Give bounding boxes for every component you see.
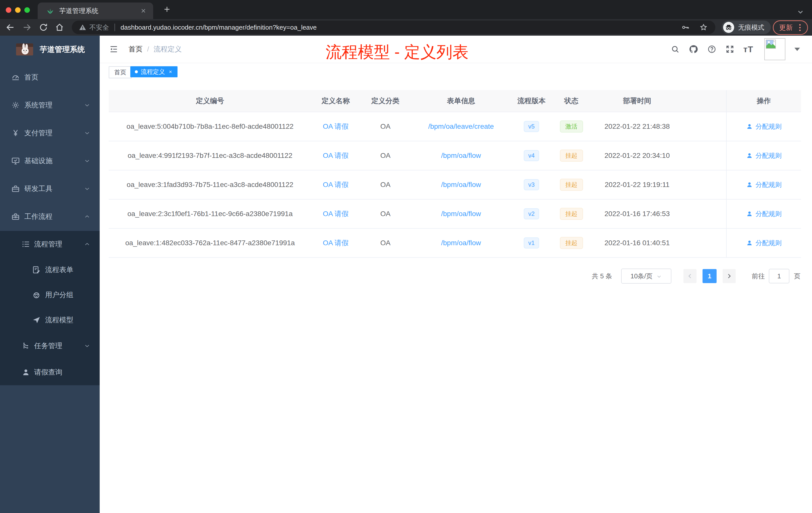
- column-header[interactable]: 表单信息: [411, 90, 511, 112]
- sidebar-logo-row[interactable]: 芋道管理系统: [0, 36, 100, 63]
- column-header[interactable]: 定义名称: [311, 90, 360, 112]
- cell-definition-name[interactable]: OA 请假: [311, 141, 360, 170]
- cell-category[interactable]: OA: [360, 229, 411, 257]
- cell-version[interactable]: v2: [511, 200, 552, 228]
- help-icon[interactable]: [707, 45, 716, 54]
- cell-status[interactable]: 挂起: [552, 200, 591, 228]
- cell-form-info[interactable]: /bpm/oa/flow: [411, 171, 511, 199]
- browser-update-button[interactable]: 更新: [773, 20, 808, 35]
- cell-category[interactable]: OA: [360, 171, 411, 199]
- cell-form-info[interactable]: /bpm/oa/flow: [411, 141, 511, 170]
- form-info-link[interactable]: /bpm/oa/flow: [441, 210, 481, 218]
- security-label[interactable]: 不安全: [89, 23, 109, 32]
- form-info-link[interactable]: /bpm/oa/flow: [441, 152, 481, 160]
- cell-spacer[interactable]: [683, 229, 726, 257]
- cell-actions[interactable]: 分配规则: [726, 229, 801, 257]
- cell-category[interactable]: OA: [360, 200, 411, 228]
- sidebar-item-2[interactable]: 支付管理: [0, 119, 100, 147]
- home-button[interactable]: [55, 23, 64, 32]
- cell-form-info[interactable]: /bpm/oa/leave/create: [411, 112, 511, 141]
- assign-rule-button[interactable]: 分配规则: [746, 180, 782, 189]
- column-header[interactable]: 定义分类: [360, 90, 411, 112]
- cell-deploy-time[interactable]: 2022-01-22 19:19:11: [591, 171, 683, 199]
- definition-name-link[interactable]: OA 请假: [323, 151, 349, 160]
- cell-version[interactable]: v4: [511, 141, 552, 170]
- window-minimize-button[interactable]: [15, 7, 21, 13]
- github-icon[interactable]: [689, 44, 698, 54]
- cell-status[interactable]: 挂起: [552, 229, 591, 257]
- cell-form-info[interactable]: /bpm/oa/flow: [411, 229, 511, 257]
- prev-page-button[interactable]: [684, 269, 696, 283]
- form-info-link[interactable]: /bpm/oa/leave/create: [428, 122, 494, 130]
- tag-home[interactable]: 首页: [109, 66, 132, 78]
- cell-status[interactable]: 挂起: [552, 141, 591, 170]
- back-button[interactable]: [5, 23, 15, 32]
- search-icon[interactable]: [671, 45, 680, 54]
- sidebar-collapse-icon[interactable]: [109, 45, 118, 54]
- cell-deploy-time[interactable]: 2022-01-16 01:40:51: [591, 229, 683, 257]
- sidebar-item-0[interactable]: 首页: [0, 63, 100, 91]
- reload-button[interactable]: [39, 23, 48, 32]
- definition-name-link[interactable]: OA 请假: [323, 180, 349, 189]
- column-header[interactable]: 操作: [726, 90, 801, 112]
- column-header[interactable]: 流程版本: [511, 90, 552, 112]
- browser-tab[interactable]: 芋道管理系统: [38, 2, 153, 19]
- cell-version[interactable]: v1: [511, 229, 552, 257]
- form-info-link[interactable]: /bpm/oa/flow: [441, 239, 481, 247]
- sidebar-subitem-0[interactable]: 流程管理: [0, 231, 100, 257]
- assign-rule-button[interactable]: 分配规则: [746, 239, 782, 247]
- definition-name-link[interactable]: OA 请假: [323, 209, 349, 219]
- sidebar-subitem-1[interactable]: 流程表单: [0, 257, 100, 282]
- sidebar-item-4[interactable]: 研发工具: [0, 175, 100, 203]
- avatar-caret-icon[interactable]: [794, 48, 800, 54]
- cell-definition-id[interactable]: oa_leave:4:991f2193-7b7f-11ec-a3c8-acde4…: [109, 141, 311, 170]
- sidebar-subitem-2[interactable]: 用户分组: [0, 282, 100, 307]
- cell-definition-id[interactable]: oa_leave:1:482ec033-762a-11ec-8477-a2380…: [109, 229, 311, 257]
- cell-spacer[interactable]: [683, 171, 726, 199]
- key-icon[interactable]: [681, 23, 690, 32]
- cell-status[interactable]: 激活: [552, 112, 591, 141]
- bookmark-star-icon[interactable]: [699, 23, 708, 32]
- column-header[interactable]: 部署时间: [591, 90, 683, 112]
- cell-definition-id[interactable]: oa_leave:2:3c1f0ef1-76b1-11ec-9c66-a2380…: [109, 200, 311, 228]
- sidebar-subitem-3[interactable]: 流程模型: [0, 307, 100, 333]
- user-avatar[interactable]: [764, 38, 785, 60]
- font-size-icon[interactable]: тT: [744, 44, 753, 54]
- cell-category[interactable]: OA: [360, 141, 411, 170]
- sidebar-subitem-4[interactable]: 任务管理: [0, 333, 100, 359]
- cell-definition-name[interactable]: OA 请假: [311, 200, 360, 228]
- new-tab-button[interactable]: [163, 5, 171, 13]
- tag-close-icon[interactable]: [168, 69, 173, 74]
- sidebar-item-1[interactable]: 系统管理: [0, 91, 100, 119]
- cell-actions[interactable]: 分配规则: [726, 141, 801, 170]
- tab-close-icon[interactable]: [140, 7, 147, 14]
- cell-actions[interactable]: 分配规则: [726, 200, 801, 228]
- sidebar-item-3[interactable]: 基础设施: [0, 147, 100, 175]
- cell-version[interactable]: v5: [511, 112, 552, 141]
- breadcrumb-home[interactable]: 首页: [128, 44, 143, 54]
- assign-rule-button[interactable]: 分配规则: [746, 122, 782, 131]
- assign-rule-button[interactable]: 分配规则: [746, 151, 782, 160]
- fullscreen-icon[interactable]: [725, 45, 734, 54]
- assign-rule-button[interactable]: 分配规则: [746, 210, 782, 218]
- cell-status[interactable]: 挂起: [552, 171, 591, 199]
- goto-page-input[interactable]: [769, 269, 789, 283]
- tab-strip-chevron-icon[interactable]: [796, 8, 805, 16]
- forward-button[interactable]: [22, 23, 32, 32]
- cell-definition-name[interactable]: OA 请假: [311, 171, 360, 199]
- address-bar[interactable]: 不安全 dashboard.yudao.iocoder.cn/bpm/manag…: [72, 21, 715, 34]
- page-size-select[interactable]: 10条/页: [621, 269, 671, 283]
- cell-deploy-time[interactable]: 2022-01-22 21:48:38: [591, 112, 683, 141]
- column-header[interactable]: 定义编号: [109, 90, 311, 112]
- column-header[interactable]: 状态: [552, 90, 591, 112]
- cell-definition-id[interactable]: oa_leave:5:004b710b-7b8a-11ec-8ef0-acde4…: [109, 112, 311, 141]
- tag-process-definition[interactable]: 流程定义: [130, 66, 177, 77]
- cell-category[interactable]: OA: [360, 112, 411, 141]
- sidebar-item-5[interactable]: 工作流程: [0, 203, 100, 231]
- cell-definition-id[interactable]: oa_leave:3:1fad3d93-7b75-11ec-a3c8-acde4…: [109, 171, 311, 199]
- current-page-button[interactable]: 1: [702, 269, 717, 283]
- cell-deploy-time[interactable]: 2022-01-16 17:46:53: [591, 200, 683, 228]
- cell-deploy-time[interactable]: 2022-01-22 20:34:10: [591, 141, 683, 170]
- cell-spacer[interactable]: [683, 141, 726, 170]
- cell-form-info[interactable]: /bpm/oa/flow: [411, 200, 511, 228]
